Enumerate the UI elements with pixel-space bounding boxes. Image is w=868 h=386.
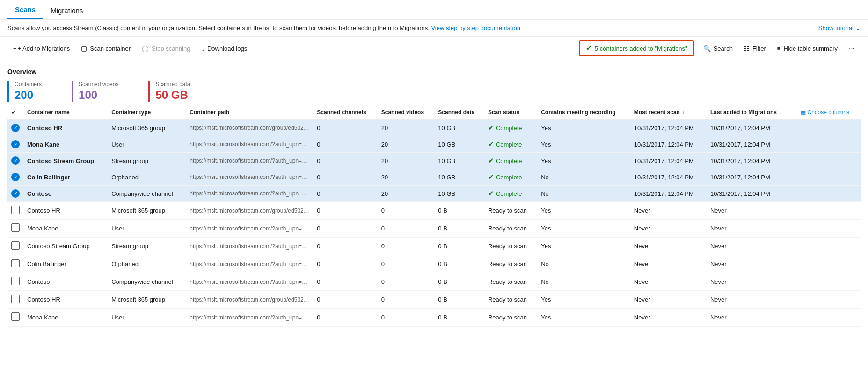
row-container-type: User <box>108 136 186 153</box>
col-header-status[interactable]: Scan status <box>484 105 537 120</box>
col-header-name[interactable]: Container name <box>23 105 108 120</box>
tab-migrations[interactable]: Migrations <box>43 1 90 19</box>
row-checkbox-unchecked[interactable] <box>11 295 20 303</box>
row-container-name: Colin Ballinger <box>23 255 108 273</box>
stop-scanning-button[interactable]: ◯ Stop scanning <box>136 42 196 55</box>
row-checkbox-unchecked[interactable] <box>11 241 20 250</box>
col-header-recent[interactable]: Most recent scan ↓ <box>630 105 707 120</box>
tab-scans[interactable]: Scans <box>7 0 43 19</box>
table-row: ContosoCompanywide channelhttps://msit.m… <box>7 273 861 291</box>
row-checkbox-unchecked[interactable] <box>11 259 20 267</box>
plus-icon: + <box>13 45 17 52</box>
row-scanned-videos: 0 <box>378 220 435 238</box>
table-row: ✓Contoso Stream GroupStream grouphttps:/… <box>7 153 861 169</box>
col-header-path[interactable]: Container path <box>186 105 313 120</box>
row-checkbox-unchecked[interactable] <box>11 312 20 321</box>
row-scanned-data: 0 B <box>434 238 484 255</box>
table-header-row: ✓ Container name Container type Containe… <box>7 105 861 120</box>
row-meeting-recording: Yes <box>537 153 630 169</box>
row-checkbox-cell[interactable]: ✓ <box>7 136 23 153</box>
row-container-path: https://msit.microsoftstream.com/?auth_u… <box>186 186 313 202</box>
row-checkbox-unchecked[interactable] <box>11 206 20 214</box>
row-container-name: Colin Ballinger <box>23 169 108 186</box>
row-checkbox-cell[interactable]: ✓ <box>7 120 23 136</box>
row-scanned-data: 0 B <box>434 309 484 327</box>
row-checkbox-cell[interactable] <box>7 202 23 220</box>
row-checkbox-cell[interactable] <box>7 255 23 273</box>
row-scanned-channels: 0 <box>313 238 378 255</box>
stat-scanned-videos: Scanned videos 100 <box>72 81 130 102</box>
row-container-path: https://msit.microsoftstream.com/group/e… <box>186 202 313 220</box>
complete-icon: ✔ <box>488 189 494 198</box>
choose-columns-button[interactable]: ▦ Choose columns <box>801 109 849 116</box>
row-checkbox-cell[interactable] <box>7 309 23 327</box>
row-scanned-channels: 0 <box>313 120 378 136</box>
row-scanned-videos: 20 <box>378 169 435 186</box>
col-header-check[interactable]: ✓ <box>7 105 23 120</box>
complete-icon: ✔ <box>488 140 494 148</box>
row-container-name: Contoso HR <box>23 120 108 136</box>
row-container-path: https://msit.microsoftstream.com/group/e… <box>186 291 313 309</box>
more-options-button[interactable]: ⋯ <box>843 42 861 55</box>
col-header-meeting[interactable]: Contains meeting recording <box>537 105 630 120</box>
col-header-videos[interactable]: Scanned videos <box>378 105 435 120</box>
row-last-added: Never <box>707 255 797 273</box>
row-last-added: Never <box>707 220 797 238</box>
filter-button[interactable]: ☷ Filter <box>738 42 772 55</box>
select-all-checkbox[interactable]: ✓ <box>11 109 16 116</box>
row-scanned-channels: 0 <box>313 309 378 327</box>
row-scanned-channels: 0 <box>313 273 378 291</box>
scan-container-button[interactable]: ▢ Scan container <box>75 42 136 55</box>
row-checkbox-cell[interactable] <box>7 273 23 291</box>
row-last-added: 10/31/2017, 12:04 PM <box>707 169 797 186</box>
row-scan-status: Ready to scan <box>484 291 537 309</box>
stat-data-value: 50 GB <box>155 89 190 102</box>
row-checkbox-unchecked[interactable] <box>11 223 20 232</box>
row-scan-status: Ready to scan <box>484 309 537 327</box>
overview-section: Overview Containers 200 Scanned videos 1… <box>0 60 868 105</box>
hide-table-summary-button[interactable]: ≡ Hide table summary <box>772 42 843 55</box>
status-complete-badge: ✔ Complete <box>488 173 533 181</box>
chevron-down-icon: ⌄ <box>855 24 861 31</box>
row-checkbox-cell[interactable]: ✓ <box>7 186 23 202</box>
row-checkbox-cell[interactable] <box>7 220 23 238</box>
col-header-data[interactable]: Scanned data <box>434 105 484 120</box>
row-last-added: Never <box>707 238 797 255</box>
add-migrations-button[interactable]: + + Add to Migrations <box>7 42 75 55</box>
row-checkbox-cell[interactable]: ✓ <box>7 153 23 169</box>
row-most-recent-scan: Never <box>630 202 707 220</box>
row-container-type: User <box>108 220 186 238</box>
row-scanned-videos: 0 <box>378 273 435 291</box>
row-scanned-videos: 0 <box>378 309 435 327</box>
docs-link[interactable]: View step by step documentation <box>431 24 520 31</box>
row-container-type: Stream group <box>108 153 186 169</box>
row-checkbox-unchecked[interactable] <box>11 277 20 285</box>
col-header-added[interactable]: Last added to Migrations ↓ <box>707 105 797 120</box>
col-header-channels[interactable]: Scanned channels <box>313 105 378 120</box>
stat-scanned-data: Scanned data 50 GB <box>148 81 201 102</box>
row-checkbox-cell[interactable] <box>7 291 23 309</box>
row-container-type: Microsoft 365 group <box>108 291 186 309</box>
row-checkbox-cell[interactable] <box>7 238 23 255</box>
toolbar-right: 🔍 Search ☷ Filter ≡ Hide table summary ⋯ <box>698 42 861 55</box>
show-tutorial-button[interactable]: Show tutorial ⌄ <box>818 24 861 31</box>
row-most-recent-scan: 10/31/2017, 12:04 PM <box>630 153 707 169</box>
filter-icon: ☷ <box>744 45 750 52</box>
row-checkbox-checked[interactable]: ✓ <box>11 189 20 198</box>
row-container-name: Contoso HR <box>23 202 108 220</box>
row-checkbox-checked[interactable]: ✓ <box>11 140 20 148</box>
stat-containers-label: Containers <box>15 81 42 88</box>
row-checkbox-checked[interactable]: ✓ <box>11 124 20 132</box>
row-scan-status: ✔ Complete <box>484 120 537 136</box>
download-logs-button[interactable]: ↓ Download logs <box>196 42 253 55</box>
col-header-type[interactable]: Container type <box>108 105 186 120</box>
row-checkbox-checked[interactable]: ✓ <box>11 156 20 165</box>
row-choose-col <box>797 153 861 169</box>
row-checkbox-checked[interactable]: ✓ <box>11 173 20 181</box>
row-checkbox-cell[interactable]: ✓ <box>7 169 23 186</box>
row-most-recent-scan: Never <box>630 291 707 309</box>
col-header-choose: ▦ Choose columns <box>797 105 861 120</box>
row-container-path: https://msit.microsoftstream.com/?auth_u… <box>186 273 313 291</box>
search-button[interactable]: 🔍 Search <box>698 42 738 55</box>
row-choose-col <box>797 255 861 273</box>
